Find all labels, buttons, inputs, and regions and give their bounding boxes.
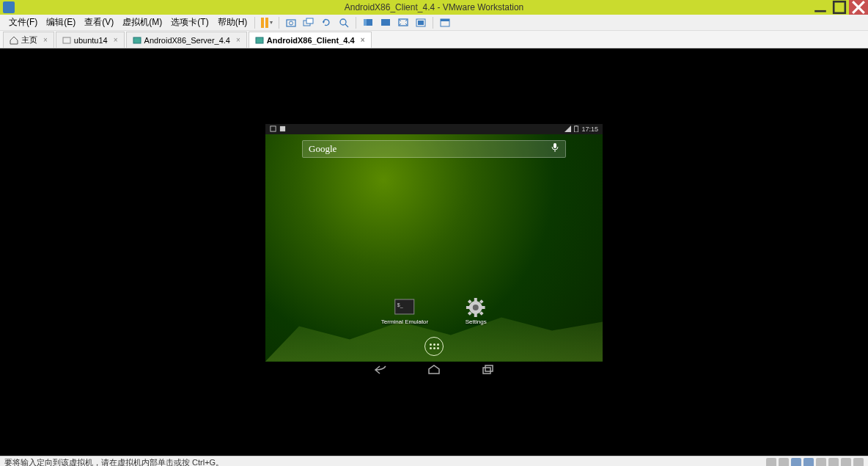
mic-icon[interactable]: [551, 142, 559, 156]
svg-point-32: [473, 305, 479, 310]
vm-viewport[interactable]: 17:15 Google $_ Terminal Emulator: [0, 48, 868, 456]
svg-rect-12: [364, 19, 367, 26]
window-title: AndroidX86_Client_4.4 - VMware Workstati…: [345, 2, 524, 12]
recents-button[interactable]: [481, 365, 494, 378]
dots-icon: [430, 343, 439, 349]
maximize-button[interactable]: [830, 0, 849, 15]
home-icon: [10, 36, 18, 45]
vm-on-icon: [133, 36, 141, 45]
svg-rect-1: [834, 1, 845, 13]
svg-rect-36: [482, 306, 485, 309]
unity-icon[interactable]: [414, 16, 427, 29]
library-icon[interactable]: [438, 16, 452, 29]
network-icon[interactable]: [791, 458, 801, 467]
terminal-icon: $_: [394, 298, 416, 317]
statusbar-right: 17:15: [564, 125, 598, 133]
svg-marker-24: [564, 125, 571, 132]
svg-rect-41: [483, 368, 490, 374]
printer-icon[interactable]: [828, 458, 839, 467]
vmware-statusbar: 要将输入定向到该虚拟机，请在虚拟机内部单击或按 Ctrl+G。: [0, 456, 868, 466]
window-icon: [270, 125, 276, 132]
snapshot-icon[interactable]: [284, 16, 298, 29]
separator: [254, 17, 255, 29]
display-icon[interactable]: [841, 458, 851, 467]
android-time: 17:15: [581, 125, 598, 133]
svg-rect-4: [287, 20, 295, 26]
tab-android-client[interactable]: AndroidX86_Client_4.4 ×: [249, 32, 372, 48]
tab-ubuntu14[interactable]: ubuntu14 ×: [56, 32, 125, 48]
menu-tabs[interactable]: 选项卡(T): [166, 15, 213, 30]
find-icon[interactable]: [337, 16, 350, 29]
fullscreen-icon[interactable]: [397, 16, 410, 29]
vm-on-icon: [255, 36, 264, 45]
back-button[interactable]: [374, 365, 387, 378]
svg-text:$_: $_: [397, 302, 403, 308]
hdd-icon[interactable]: [766, 458, 776, 467]
separator: [279, 17, 279, 29]
tabbar: 主页 × ubuntu14 × AndroidX86_Server_4.4 × …: [0, 31, 868, 48]
android-statusbar: 17:15: [265, 124, 603, 134]
minimize-button[interactable]: [811, 0, 830, 15]
shortcut-label: Terminal Emulator: [381, 318, 428, 325]
svg-rect-25: [575, 126, 578, 132]
android-home[interactable]: Google $_ Terminal Emulator Settings: [265, 134, 603, 362]
terminal-emulator-shortcut[interactable]: $_ Terminal Emulator: [381, 298, 428, 325]
tab-label: AndroidX86_Server_4.4: [144, 36, 230, 45]
console-view-icon[interactable]: [361, 16, 375, 29]
message-icon[interactable]: [853, 458, 864, 467]
android-navbar: [265, 362, 603, 381]
menu-edit[interactable]: 编辑(E): [42, 15, 80, 30]
thumbnail-view-icon[interactable]: [379, 16, 392, 29]
vm-icon: [62, 36, 71, 45]
menubar: 文件(F) 编辑(E) 查看(V) 虚拟机(M) 选项卡(T) 帮助(H) ▾: [0, 15, 868, 31]
gear-icon: [465, 298, 487, 317]
tab-home[interactable]: 主页 ×: [3, 32, 54, 48]
cdrom-icon[interactable]: [779, 458, 789, 467]
svg-rect-13: [381, 19, 390, 26]
svg-rect-26: [576, 125, 578, 126]
menu-help[interactable]: 帮助(H): [213, 15, 252, 30]
statusbar-left: [270, 125, 286, 132]
svg-point-5: [290, 21, 293, 25]
close-button[interactable]: [849, 0, 868, 15]
svg-rect-33: [474, 298, 477, 302]
revert-icon[interactable]: [320, 16, 333, 29]
separator: [356, 17, 356, 29]
app-drawer-button[interactable]: [424, 337, 444, 356]
google-search-widget[interactable]: Google: [302, 140, 566, 158]
close-icon[interactable]: ×: [43, 36, 48, 44]
snapshot-manager-icon[interactable]: [302, 16, 315, 29]
window-icon: [279, 125, 286, 132]
status-hint: 要将输入定向到该虚拟机，请在虚拟机内部单击或按 Ctrl+G。: [4, 457, 224, 466]
sound-icon[interactable]: [816, 458, 826, 467]
device-tray: [766, 458, 864, 467]
tab-android-server[interactable]: AndroidX86_Server_4.4 ×: [126, 32, 247, 48]
google-logo: Google: [309, 143, 336, 155]
menu-file[interactable]: 文件(F): [4, 15, 42, 30]
svg-rect-27: [553, 143, 556, 148]
svg-rect-35: [466, 306, 470, 309]
home-shortcuts: $_ Terminal Emulator Settings: [381, 298, 487, 325]
shortcut-label: Settings: [466, 318, 487, 325]
svg-rect-23: [280, 126, 285, 131]
window-controls: [811, 0, 868, 15]
usb-icon[interactable]: [803, 458, 814, 467]
pause-button[interactable]: ▾: [260, 16, 273, 29]
signal-icon: [564, 125, 571, 132]
close-icon[interactable]: ×: [114, 36, 118, 44]
home-button[interactable]: [427, 365, 441, 378]
settings-shortcut[interactable]: Settings: [465, 298, 487, 325]
tab-home-label: 主页: [21, 34, 37, 45]
menu-vm[interactable]: 虚拟机(M): [118, 15, 166, 30]
svg-rect-42: [485, 365, 493, 371]
menu-view[interactable]: 查看(V): [80, 15, 118, 30]
svg-rect-7: [306, 18, 313, 23]
close-icon[interactable]: ×: [236, 36, 240, 44]
svg-rect-18: [441, 19, 449, 21]
svg-rect-34: [474, 313, 477, 317]
svg-rect-19: [63, 37, 70, 43]
battery-icon: [574, 125, 578, 132]
svg-rect-21: [256, 37, 263, 43]
svg-rect-20: [133, 37, 141, 43]
close-icon[interactable]: ×: [361, 36, 365, 44]
